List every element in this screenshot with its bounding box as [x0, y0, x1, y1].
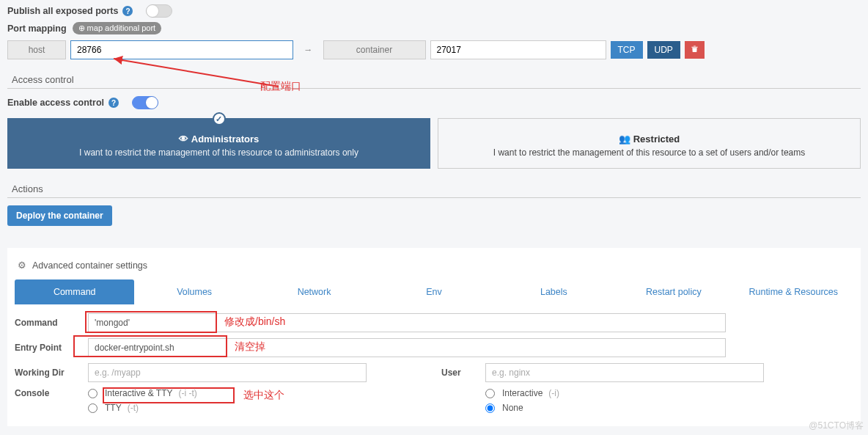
- help-icon[interactable]: ?: [108, 98, 119, 108]
- gear-icon: ⚙: [18, 260, 26, 271]
- command-input[interactable]: [88, 313, 726, 332]
- arrow-icon: →: [298, 45, 319, 55]
- udp-button[interactable]: UDP: [647, 41, 680, 59]
- tab-volumes[interactable]: Volumes: [134, 279, 254, 304]
- console-none-text: None: [502, 403, 523, 413]
- tab-labels[interactable]: Labels: [494, 279, 614, 304]
- host-port-input[interactable]: [70, 40, 293, 59]
- enable-access-label: Enable access control: [7, 98, 104, 108]
- tab-network[interactable]: Network: [254, 279, 374, 304]
- user-label: User: [441, 368, 485, 378]
- administrators-panel[interactable]: ✓ 👁Administrators I want to restrict the…: [7, 118, 430, 169]
- port-mapping-label: Port mapping: [7, 23, 67, 34]
- host-addon: host: [7, 40, 66, 59]
- console-tty-hint: (-t): [128, 403, 139, 413]
- help-icon[interactable]: ?: [122, 6, 133, 16]
- console-both-radio[interactable]: Interactive & TTY(-i -t): [88, 388, 197, 398]
- publish-ports-label: Publish all exposed ports: [7, 6, 118, 16]
- port-mapping-row: host → container TCP UDP: [7, 40, 861, 59]
- command-label: Command: [15, 318, 88, 328]
- console-both-hint: (-i -t): [178, 388, 196, 398]
- deploy-button[interactable]: Deploy the container: [7, 205, 112, 226]
- console-both-text: Interactive & TTY: [105, 388, 172, 398]
- container-port-input[interactable]: [430, 40, 606, 59]
- users-icon: 👥: [619, 134, 630, 145]
- entrypoint-label: Entry Point: [15, 343, 88, 353]
- access-control-section: Access control: [7, 71, 861, 89]
- workdir-label: Working Dir: [15, 368, 88, 378]
- enable-access-toggle[interactable]: [132, 96, 158, 109]
- console-label: Console: [15, 388, 88, 398]
- workdir-input[interactable]: [88, 363, 367, 382]
- tab-runtime[interactable]: Runtime & Resources: [734, 279, 853, 304]
- add-port-button[interactable]: ⊕ map additional port: [73, 22, 162, 34]
- console-interactive-hint: (-i): [548, 388, 559, 398]
- eye-slash-icon: 👁: [179, 134, 188, 145]
- console-none-radio[interactable]: None: [485, 403, 559, 413]
- trash-icon: [691, 45, 699, 53]
- advanced-title: Advanced container settings: [32, 260, 147, 271]
- console-tty-radio[interactable]: TTY(-t): [88, 403, 197, 413]
- admin-subtitle: I want to restrict the management of thi…: [15, 147, 422, 158]
- actions-section: Actions: [7, 180, 861, 198]
- container-addon: container: [323, 40, 426, 59]
- tab-env[interactable]: Env: [374, 279, 493, 304]
- delete-port-button[interactable]: [685, 41, 705, 59]
- publish-ports-toggle[interactable]: [146, 4, 172, 18]
- console-tty-text: TTY: [105, 403, 122, 413]
- tab-command[interactable]: Command: [15, 279, 134, 304]
- admin-title: Administrators: [191, 134, 259, 145]
- entrypoint-input[interactable]: [88, 338, 726, 357]
- check-icon: ✓: [213, 112, 226, 125]
- restricted-panel[interactable]: 👥Restricted I want to restrict the manag…: [438, 118, 861, 169]
- tab-restart-policy[interactable]: Restart policy: [614, 279, 733, 304]
- watermark: @51CTO博客: [809, 420, 864, 432]
- restricted-subtitle: I want to restrict the management of thi…: [446, 147, 853, 158]
- restricted-title: Restricted: [633, 134, 680, 145]
- user-input[interactable]: [485, 363, 764, 382]
- settings-tabs: Command Volumes Network Env Labels Resta…: [15, 279, 853, 304]
- tcp-button[interactable]: TCP: [611, 41, 643, 59]
- console-interactive-radio[interactable]: Interactive(-i): [485, 388, 559, 398]
- console-interactive-text: Interactive: [502, 388, 542, 398]
